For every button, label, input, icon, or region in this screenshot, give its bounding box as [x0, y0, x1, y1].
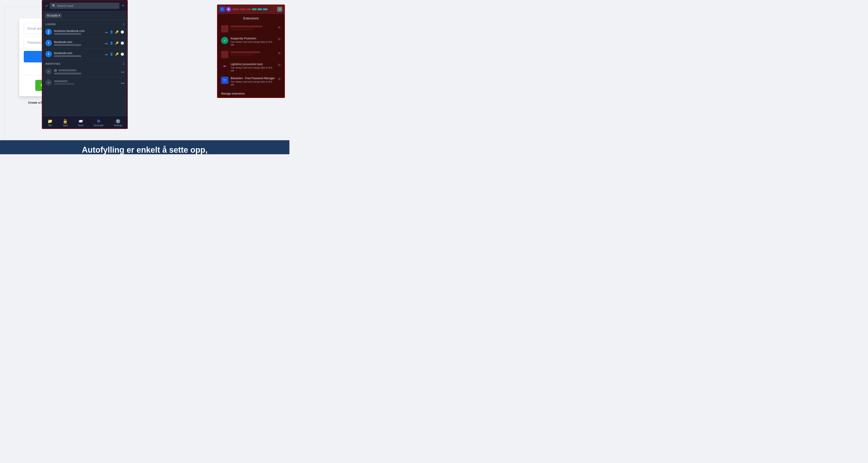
- identities-section-header: IDENTITIES 2: [42, 61, 127, 66]
- bitwarden-browser-icon[interactable]: 🛡: [220, 7, 225, 12]
- m-browser-icon: M: [226, 7, 231, 12]
- extensions-list: ⚙ ✓ Kaspersky Protection Can always read…: [218, 23, 284, 90]
- blurred-extension-icon: [221, 25, 228, 32]
- tab-label: Tab: [48, 124, 52, 127]
- copy-icon[interactable]: ▬: [121, 81, 124, 84]
- manage-extensions-link[interactable]: Manage extensions: [218, 90, 284, 97]
- item-title: facebook.com: [54, 51, 103, 57]
- clock-icon[interactable]: 🕐: [121, 41, 124, 45]
- logins-count: 3: [123, 23, 124, 26]
- main-wrapper: Log in Forgotten password? Create new ac…: [0, 0, 289, 154]
- copy-icon[interactable]: ▬: [105, 30, 108, 34]
- copy-icon[interactable]: ▬: [105, 53, 108, 56]
- kaspersky-name: Kaspersky Protection: [230, 37, 276, 40]
- blurred-extension-icon: [221, 51, 228, 58]
- export-icon[interactable]: ↗: [277, 7, 282, 12]
- blurred-browser-items: [232, 8, 276, 10]
- user-icon[interactable]: 👤: [110, 53, 113, 56]
- item-actions: ▬: [121, 81, 124, 84]
- screenshots-area: Log in Forgotten password? Create new ac…: [0, 0, 289, 140]
- user-icon[interactable]: 👤: [110, 41, 113, 45]
- identity-icon: ID: [45, 80, 52, 86]
- list-item[interactable]: ID ▬: [42, 77, 127, 88]
- caption-bar: Autofylling er enkelt å sette opp, men f…: [0, 140, 289, 154]
- blurred-block: [257, 8, 262, 10]
- item-title: business.facebook.com: [54, 29, 103, 35]
- extension-settings-icon[interactable]: ⚙: [278, 51, 281, 55]
- nav-vault[interactable]: 🔒 Vault: [61, 118, 69, 128]
- key-icon[interactable]: 🔑: [115, 30, 119, 34]
- search-container: 🔍: [50, 3, 119, 9]
- clock-icon[interactable]: 🕐: [121, 53, 124, 56]
- lightshot-desc: Can always read and change data on this …: [230, 66, 276, 72]
- clock-icon[interactable]: 🕐: [121, 30, 124, 34]
- vault-label: Vault: [63, 124, 68, 127]
- extensions-header: Extensions: [218, 14, 284, 23]
- generator-icon: ⚙: [97, 119, 100, 124]
- blurred-block: [252, 8, 257, 10]
- browser-bar: 🛡 M ↗: [218, 5, 284, 14]
- item-name: facebook.com: [54, 40, 103, 44]
- item-subtitle: [54, 55, 81, 57]
- item-title: ID: [54, 69, 119, 74]
- kaspersky-icon: ✓: [221, 37, 228, 44]
- vault-icon: 🔒: [63, 119, 68, 124]
- vault-selector-label: All vaults: [47, 14, 58, 17]
- copy-icon[interactable]: ▬: [105, 41, 108, 45]
- send-label: Send: [78, 124, 83, 127]
- identities-count: 2: [123, 62, 124, 65]
- blurred-name: [230, 51, 260, 53]
- list-item[interactable]: f facebook.com ▬ 👤 🔑 🕐: [42, 49, 127, 60]
- logins-label: LOGINS: [45, 23, 56, 26]
- blurred-desc: [230, 54, 252, 56]
- item-name: business.facebook.com: [54, 29, 103, 33]
- search-input[interactable]: [57, 4, 117, 7]
- item-subtitle: [54, 72, 81, 74]
- blurred-block: [247, 8, 251, 10]
- tab-icon: 📁: [48, 119, 53, 124]
- nav-settings[interactable]: ⚙️ Settings: [112, 118, 124, 128]
- bitwarden-header: ⤢ 🔍 +: [42, 0, 127, 11]
- bitwarden-content[interactable]: LOGINS 3 f business.facebook.com ▬ 👤: [42, 20, 127, 116]
- key-icon[interactable]: 🔑: [115, 53, 119, 56]
- add-button[interactable]: +: [121, 3, 125, 8]
- nav-generator[interactable]: ⚙ Generator: [92, 118, 105, 128]
- blurred-name: [230, 26, 262, 27]
- generator-label: Generator: [94, 124, 104, 127]
- list-item[interactable]: f facebook.com ▬ 👤 🔑 🕐: [42, 37, 127, 49]
- extension-settings-icon[interactable]: ⚙: [278, 26, 281, 29]
- extension-item: ⚙: [219, 23, 283, 35]
- search-icon: 🔍: [52, 4, 56, 7]
- list-item[interactable]: ID ID ▬: [42, 66, 127, 77]
- settings-label: Settings: [114, 124, 122, 127]
- extension-info: [230, 25, 276, 31]
- expand-icon[interactable]: ⤢: [45, 4, 48, 8]
- extension-settings-icon[interactable]: ⚙: [278, 77, 281, 81]
- item-name: ID: [54, 69, 119, 72]
- nav-tab[interactable]: 📁 Tab: [46, 118, 54, 128]
- item-actions: ▬: [121, 70, 124, 73]
- item-name: facebook.com: [54, 51, 103, 55]
- item-actions: ▬ 👤 🔑 🕐: [105, 53, 124, 56]
- vault-selector[interactable]: All vaults ▾: [45, 13, 62, 18]
- extension-item: ✒ Lightshot (screenshot tool) Can always…: [219, 60, 283, 74]
- extension-info: Lightshot (screenshot tool) Can always r…: [230, 63, 276, 72]
- nav-send[interactable]: 📨 Send: [76, 118, 85, 128]
- key-icon[interactable]: 🔑: [115, 41, 119, 45]
- user-icon[interactable]: 👤: [110, 30, 113, 34]
- filter-bar: All vaults ▾: [42, 11, 127, 20]
- item-title: [54, 80, 119, 85]
- lightshot-name: Lightshot (screenshot tool): [230, 63, 276, 66]
- blurred-block: [240, 8, 246, 10]
- extension-info: Bitwarden - Free Password Manager Can al…: [230, 77, 276, 86]
- identity-icon: ID: [45, 68, 52, 75]
- facebook-icon: f: [45, 51, 52, 57]
- list-item[interactable]: f business.facebook.com ▬ 👤 🔑 🕐: [42, 27, 127, 37]
- extension-settings-icon[interactable]: ⚙: [278, 37, 281, 41]
- extension-settings-icon[interactable]: ⚙: [278, 63, 281, 67]
- extension-item: ⚙: [219, 49, 283, 60]
- lightshot-icon: ✒: [221, 63, 228, 70]
- extension-item: ✓ Kaspersky Protection Can always read a…: [219, 35, 283, 49]
- copy-icon[interactable]: ▬: [121, 70, 124, 73]
- item-title: facebook.com: [54, 40, 103, 46]
